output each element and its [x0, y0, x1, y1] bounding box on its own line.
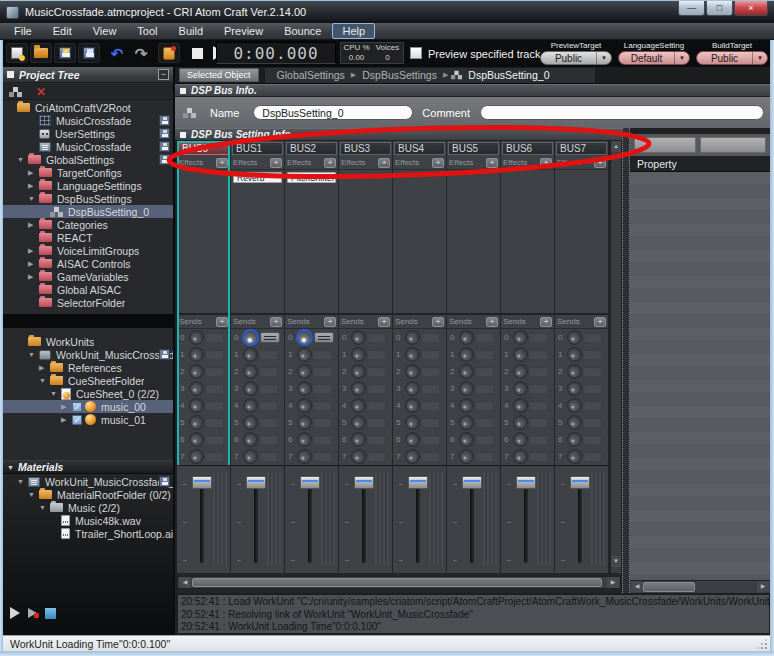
send-level-knob[interactable]	[406, 382, 419, 395]
send-level-knob[interactable]	[460, 399, 473, 412]
send-level-knob[interactable]	[352, 331, 365, 344]
add-effect-button[interactable]	[324, 158, 336, 168]
menu-item-view[interactable]: View	[83, 23, 127, 39]
preview-specified-track-checkbox[interactable]	[410, 47, 422, 59]
send-level-knob[interactable]	[568, 416, 581, 429]
scroll-up-icon[interactable]	[611, 141, 621, 152]
chevron-right-icon[interactable]	[39, 364, 50, 372]
send-level-knob[interactable]	[568, 450, 581, 463]
name-input[interactable]	[253, 105, 413, 120]
bus-header[interactable]: BUS1	[232, 142, 283, 155]
tree-row[interactable]: VoiceLimitGroups	[3, 244, 173, 257]
resize-grip[interactable]	[756, 638, 768, 650]
fader-handle[interactable]	[408, 476, 428, 489]
send-level-knob[interactable]	[568, 331, 581, 344]
send-level-knob[interactable]	[460, 331, 473, 344]
add-effect-button[interactable]	[432, 158, 444, 168]
send-level-knob[interactable]	[352, 433, 365, 446]
send-level-knob[interactable]	[568, 433, 581, 446]
tree-row[interactable]: GameVariables	[3, 270, 173, 283]
chevron-down-icon[interactable]	[752, 52, 767, 64]
checkbox-checked-icon[interactable]	[72, 402, 82, 412]
menu-item-build[interactable]: Build	[169, 23, 213, 39]
undo-button[interactable]: ↶	[106, 43, 128, 63]
menu-item-help[interactable]: Help	[332, 23, 375, 39]
send-level-knob[interactable]	[460, 365, 473, 378]
bus-header[interactable]: BUS0	[178, 142, 229, 155]
send-target-button[interactable]	[314, 332, 334, 343]
fader-handle[interactable]	[354, 476, 374, 489]
chevron-down-icon[interactable]	[28, 351, 39, 358]
scrollbar-thumb[interactable]	[643, 582, 695, 592]
tree-row[interactable]: music_00	[3, 400, 173, 413]
add-send-button[interactable]	[216, 317, 228, 327]
menu-item-tool[interactable]: Tool	[127, 23, 167, 39]
selector-dropdown[interactable]: Public	[540, 51, 612, 65]
send-level-knob[interactable]	[568, 382, 581, 395]
send-level-knob[interactable]	[406, 348, 419, 361]
chevron-right-icon[interactable]	[28, 247, 39, 255]
preview-stop-icon[interactable]	[45, 608, 56, 619]
send-level-knob[interactable]	[244, 450, 257, 463]
send-level-knob[interactable]	[352, 450, 365, 463]
save-all-button[interactable]	[78, 43, 100, 63]
redo-button[interactable]: ↷	[130, 43, 152, 63]
property-panel-button[interactable]	[634, 137, 696, 153]
send-level-knob[interactable]	[514, 450, 527, 463]
send-level-knob[interactable]	[568, 399, 581, 412]
send-level-knob[interactable]	[298, 399, 311, 412]
bus-header[interactable]: BUS5	[448, 142, 499, 155]
fader-handle[interactable]	[246, 476, 266, 489]
send-level-knob[interactable]	[514, 399, 527, 412]
fader-handle[interactable]	[516, 476, 536, 489]
send-level-knob[interactable]	[568, 348, 581, 361]
bus-header[interactable]: BUS3	[340, 142, 391, 155]
tree-row[interactable]: CueSheet_0 (2/2)	[3, 387, 173, 400]
preview-play-icon[interactable]	[10, 607, 20, 619]
add-send-button[interactable]	[540, 317, 552, 327]
tree-row[interactable]: music_01	[3, 413, 173, 426]
chevron-down-icon[interactable]	[596, 52, 611, 64]
panel-splitter[interactable]	[622, 128, 630, 593]
tree-row[interactable]: SelectorFolder	[3, 296, 173, 309]
tree-row[interactable]: Music (2/2)	[3, 501, 173, 514]
maximize-button[interactable]: □	[706, 1, 733, 16]
send-level-knob[interactable]	[460, 348, 473, 361]
menu-item-edit[interactable]: Edit	[43, 23, 82, 39]
property-panel-button[interactable]	[700, 137, 766, 153]
tree-row[interactable]: DspBusSetting_0	[3, 205, 173, 218]
send-level-knob[interactable]	[406, 331, 419, 344]
send-level-knob[interactable]	[190, 433, 203, 446]
chevron-right-icon[interactable]	[61, 416, 72, 424]
add-send-button[interactable]	[378, 317, 390, 327]
send-level-knob[interactable]	[190, 382, 203, 395]
breadcrumb-segment[interactable]: DspBusSetting_0	[468, 69, 549, 81]
add-send-button[interactable]	[324, 317, 336, 327]
tree-row[interactable]: Global AISAC	[3, 283, 173, 296]
send-level-knob[interactable]	[406, 416, 419, 429]
send-level-knob[interactable]	[352, 382, 365, 395]
send-level-knob[interactable]	[298, 433, 311, 446]
tree-row[interactable]: GlobalSettings	[3, 153, 173, 166]
selector-dropdown[interactable]: Default	[618, 51, 690, 65]
send-level-knob[interactable]	[352, 348, 365, 361]
open-project-button[interactable]	[30, 43, 52, 63]
tree-row[interactable]: UserSettings	[3, 127, 173, 140]
bus-vertical-scrollbar[interactable]	[610, 141, 621, 573]
stop-button[interactable]	[186, 43, 208, 63]
send-level-knob[interactable]	[298, 348, 311, 361]
chevron-down-icon[interactable]	[28, 491, 39, 498]
add-send-button[interactable]	[270, 317, 282, 327]
send-level-knob[interactable]	[244, 382, 257, 395]
tree-row[interactable]: CueSheetFolder	[3, 374, 173, 387]
send-level-knob[interactable]	[190, 399, 203, 412]
scroll-down-icon[interactable]	[611, 556, 621, 567]
fader-handle[interactable]	[192, 476, 212, 489]
send-target-button[interactable]	[260, 332, 280, 343]
tree-row[interactable]: WorkUnit_MusicCrossfade_Mate	[3, 475, 173, 488]
add-effect-button[interactable]	[540, 158, 552, 168]
tree-row[interactable]: WorkUnit_MusicCrossfade	[3, 348, 173, 361]
send-level-knob[interactable]	[190, 331, 203, 344]
tree-row[interactable]: WorkUnits	[3, 335, 173, 348]
send-level-knob[interactable]	[298, 365, 311, 378]
